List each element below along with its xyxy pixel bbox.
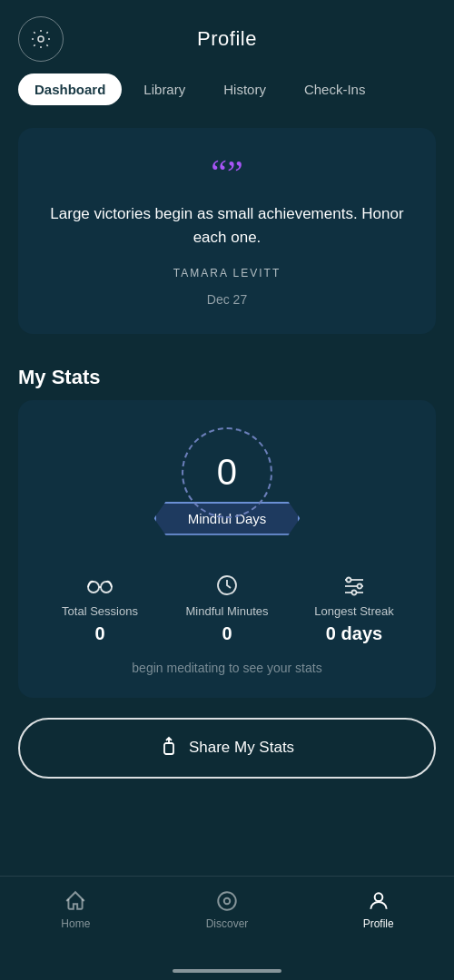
- mindful-days-badge: 0 Mindful Days: [154, 427, 301, 535]
- longest-streak-value: 0 days: [326, 623, 382, 644]
- tab-history[interactable]: History: [207, 74, 282, 105]
- stats-row: Total Sessions 0 Mindful Minutes 0: [36, 563, 418, 644]
- share-stats-label: Share My Stats: [189, 739, 294, 757]
- tab-checkins[interactable]: Check-Ins: [288, 74, 382, 105]
- quote-author: TAMARA LEVITT: [41, 267, 413, 279]
- nav-home[interactable]: Home: [0, 889, 152, 930]
- badge-circle: 0: [182, 427, 272, 518]
- total-sessions-value: 0: [94, 623, 104, 644]
- glasses-icon: [86, 572, 114, 599]
- stat-total-sessions: Total Sessions 0: [36, 572, 163, 644]
- share-icon: [160, 736, 178, 760]
- quote-text: Large victories begin as small achieveme…: [41, 202, 413, 250]
- stat-longest-streak: Longest Streak 0 days: [291, 572, 418, 644]
- filter-icon: [341, 572, 367, 599]
- total-sessions-label: Total Sessions: [62, 604, 138, 618]
- home-icon: [64, 889, 87, 913]
- svg-point-13: [374, 893, 382, 901]
- stats-card: 0 Mindful Days Total Sessions 0: [18, 400, 436, 698]
- clock-icon: [215, 572, 239, 599]
- svg-point-0: [38, 36, 44, 42]
- svg-point-5: [347, 577, 351, 582]
- nav-discover-label: Discover: [206, 917, 249, 930]
- tab-dashboard[interactable]: Dashboard: [18, 74, 122, 105]
- tabs-container: Dashboard Library History Check-Ins: [0, 64, 454, 114]
- mindful-minutes-label: Mindful Minutes: [185, 604, 268, 618]
- svg-point-11: [218, 892, 236, 910]
- quote-mark: “”: [41, 155, 413, 191]
- svg-rect-10: [164, 743, 173, 754]
- mindful-days-value: 0: [217, 452, 237, 493]
- discover-icon: [215, 889, 239, 913]
- tab-library[interactable]: Library: [127, 74, 202, 105]
- nav-discover[interactable]: Discover: [152, 889, 303, 930]
- longest-streak-label: Longest Streak: [314, 604, 393, 618]
- svg-point-12: [224, 898, 231, 905]
- gear-icon: [30, 28, 52, 50]
- quote-date: Dec 27: [41, 292, 413, 307]
- home-indicator: [173, 969, 281, 973]
- nav-profile[interactable]: Profile: [302, 889, 454, 930]
- svg-point-9: [352, 590, 357, 594]
- bottom-nav: Home Discover Profile: [0, 876, 454, 980]
- stat-mindful-minutes: Mindful Minutes 0: [163, 572, 291, 644]
- profile-icon: [367, 889, 390, 913]
- svg-point-7: [358, 583, 362, 588]
- quote-card: “” Large victories begin as small achiev…: [18, 128, 436, 334]
- stats-section-title: My Stats: [0, 348, 454, 400]
- header: Profile: [0, 0, 454, 64]
- stats-hint: begin meditating to see your stats: [36, 661, 418, 675]
- nav-profile-label: Profile: [363, 917, 394, 930]
- nav-home-label: Home: [61, 917, 90, 930]
- page-title: Profile: [197, 27, 257, 51]
- settings-button[interactable]: [18, 16, 64, 62]
- share-stats-button[interactable]: Share My Stats: [18, 718, 436, 779]
- mindful-minutes-value: 0: [222, 623, 232, 644]
- mindful-days-container: 0 Mindful Days: [36, 427, 418, 535]
